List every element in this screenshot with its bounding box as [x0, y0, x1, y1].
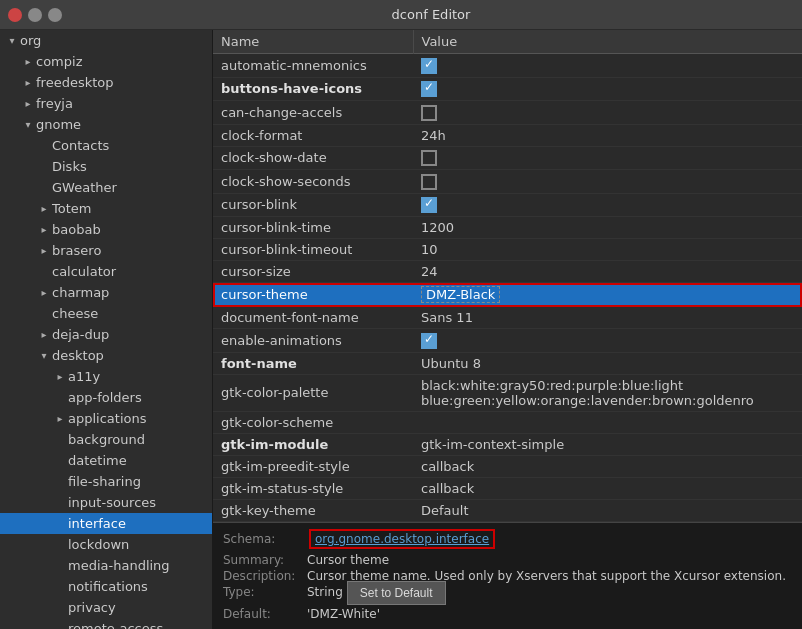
- sidebar-item-label: charmap: [52, 285, 212, 300]
- table-row[interactable]: buttons-have-icons: [213, 77, 802, 101]
- maximize-button[interactable]: [48, 8, 62, 22]
- schema-value[interactable]: org.gnome.desktop.interface: [309, 529, 495, 549]
- table-row[interactable]: clock-format24h: [213, 124, 802, 146]
- sidebar-item-Disks[interactable]: Disks: [0, 156, 212, 177]
- row-value: 1200: [413, 217, 802, 239]
- sidebar-item-cheese[interactable]: cheese: [0, 303, 212, 324]
- sidebar-item-file-sharing[interactable]: file-sharing: [0, 471, 212, 492]
- table-row[interactable]: clock-show-date: [213, 146, 802, 170]
- sidebar-item-background[interactable]: background: [0, 429, 212, 450]
- sidebar-item-brasero[interactable]: ▸brasero: [0, 240, 212, 261]
- sidebar-item-label: remote-access: [68, 621, 212, 629]
- table-row[interactable]: automatic-mnemonics: [213, 54, 802, 78]
- sidebar-item-compiz[interactable]: ▸compiz: [0, 51, 212, 72]
- table-row[interactable]: gtk-im-preedit-stylecallback: [213, 455, 802, 477]
- expand-icon: ▸: [36, 203, 52, 214]
- row-value: callback: [413, 477, 802, 499]
- sidebar-item-label: freedesktop: [36, 75, 212, 90]
- checkbox-icon[interactable]: [421, 81, 437, 97]
- expand-icon: ▸: [36, 287, 52, 298]
- sidebar-item-interface[interactable]: interface: [0, 513, 212, 534]
- sidebar-item-a11y[interactable]: ▸a11y: [0, 366, 212, 387]
- type-value: String: [307, 585, 343, 605]
- set-default-button[interactable]: Set to Default: [347, 581, 446, 605]
- sidebar-item-media-handling[interactable]: media-handling: [0, 555, 212, 576]
- checkbox-icon[interactable]: [421, 174, 437, 190]
- sidebar-item-label: freyja: [36, 96, 212, 111]
- sidebar-item-label: notifications: [68, 579, 212, 594]
- table-row[interactable]: can-change-accels: [213, 101, 802, 125]
- sidebar: ▾org▸compiz▸freedesktop▸freyja▾gnomeCont…: [0, 30, 213, 629]
- sidebar-item-applications[interactable]: ▸applications: [0, 408, 212, 429]
- row-value: [413, 170, 802, 194]
- close-button[interactable]: [8, 8, 22, 22]
- summary-row: Summary: Cursor theme: [223, 553, 792, 567]
- table-row[interactable]: gtk-im-status-stylecallback: [213, 477, 802, 499]
- sidebar-item-deja-dup[interactable]: ▸deja-dup: [0, 324, 212, 345]
- sidebar-item-notifications[interactable]: notifications: [0, 576, 212, 597]
- table-row[interactable]: cursor-blink-time1200: [213, 217, 802, 239]
- table-row[interactable]: cursor-themeDMZ-Black: [213, 283, 802, 307]
- sidebar-item-label: deja-dup: [52, 327, 212, 342]
- sidebar-item-Contacts[interactable]: Contacts: [0, 135, 212, 156]
- table-row[interactable]: cursor-blink-timeout10: [213, 239, 802, 261]
- row-value: Ubuntu 8: [413, 352, 802, 374]
- sidebar-item-privacy[interactable]: privacy: [0, 597, 212, 618]
- info-panel: Schema: org.gnome.desktop.interface Summ…: [213, 522, 802, 629]
- sidebar-item-label: app-folders: [68, 390, 212, 405]
- sidebar-item-Totem[interactable]: ▸Totem: [0, 198, 212, 219]
- sidebar-item-input-sources[interactable]: input-sources: [0, 492, 212, 513]
- sidebar-item-GWeather[interactable]: GWeather: [0, 177, 212, 198]
- table-row[interactable]: document-font-nameSans 11: [213, 307, 802, 329]
- expand-icon: ▾: [20, 119, 36, 130]
- checkbox-icon[interactable]: [421, 58, 437, 74]
- table-row[interactable]: font-nameUbuntu 8: [213, 352, 802, 374]
- table-row[interactable]: gtk-color-paletteblack:white:gray50:red:…: [213, 374, 802, 411]
- sidebar-item-freyja[interactable]: ▸freyja: [0, 93, 212, 114]
- row-name: cursor-blink-time: [213, 217, 413, 239]
- sidebar-item-datetime[interactable]: datetime: [0, 450, 212, 471]
- row-name: font-name: [213, 352, 413, 374]
- sidebar-item-label: Disks: [52, 159, 212, 174]
- table-row[interactable]: cursor-size24: [213, 261, 802, 283]
- checkbox-icon[interactable]: [421, 333, 437, 349]
- checkbox-icon[interactable]: [421, 197, 437, 213]
- sidebar-item-app-folders[interactable]: app-folders: [0, 387, 212, 408]
- expand-icon: ▾: [36, 350, 52, 361]
- sidebar-item-charmap[interactable]: ▸charmap: [0, 282, 212, 303]
- minimize-button[interactable]: [28, 8, 42, 22]
- sidebar-item-label: calculator: [52, 264, 212, 279]
- edit-box[interactable]: DMZ-Black: [421, 286, 500, 303]
- sidebar-item-label: baobab: [52, 222, 212, 237]
- row-value: 24: [413, 261, 802, 283]
- sidebar-item-calculator[interactable]: calculator: [0, 261, 212, 282]
- expand-icon: ▸: [20, 56, 36, 67]
- row-name: cursor-size: [213, 261, 413, 283]
- table-row[interactable]: clock-show-seconds: [213, 170, 802, 194]
- row-value: [413, 146, 802, 170]
- table-row[interactable]: gtk-im-modulegtk-im-context-simple: [213, 433, 802, 455]
- sidebar-item-freedesktop[interactable]: ▸freedesktop: [0, 72, 212, 93]
- sidebar-item-label: org: [20, 33, 212, 48]
- sidebar-item-label: applications: [68, 411, 212, 426]
- row-value: Default: [413, 499, 802, 521]
- sidebar-item-label: media-handling: [68, 558, 212, 573]
- table-row[interactable]: gtk-key-themeDefault: [213, 499, 802, 521]
- sidebar-item-remote-access[interactable]: remote-access: [0, 618, 212, 629]
- row-name: document-font-name: [213, 307, 413, 329]
- sidebar-item-gnome[interactable]: ▾gnome: [0, 114, 212, 135]
- col-header-name: Name: [213, 30, 413, 54]
- row-value: [413, 54, 802, 78]
- sidebar-item-org[interactable]: ▾org: [0, 30, 212, 51]
- checkbox-icon[interactable]: [421, 150, 437, 166]
- sidebar-item-desktop[interactable]: ▾desktop: [0, 345, 212, 366]
- schema-label: Schema:: [223, 532, 303, 546]
- sidebar-item-lockdown[interactable]: lockdown: [0, 534, 212, 555]
- checkbox-icon[interactable]: [421, 105, 437, 121]
- table-row[interactable]: cursor-blink: [213, 193, 802, 217]
- sidebar-item-label: compiz: [36, 54, 212, 69]
- table-row[interactable]: gtk-color-scheme: [213, 411, 802, 433]
- table-row[interactable]: enable-animations: [213, 329, 802, 353]
- sidebar-item-baobab[interactable]: ▸baobab: [0, 219, 212, 240]
- default-value: 'DMZ-White': [307, 607, 380, 621]
